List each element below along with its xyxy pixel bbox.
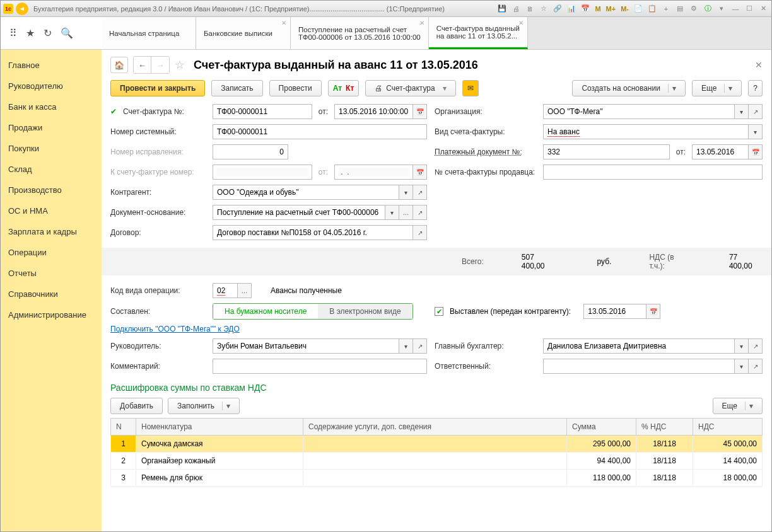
- tab[interactable]: Поступление на расчетный счетТФ00-000006…: [291, 17, 429, 49]
- print-icon[interactable]: 🖨: [510, 3, 522, 14]
- composed-electronic-option[interactable]: В электронном виде: [318, 304, 412, 319]
- sidebar-item[interactable]: ОС и НМА: [1, 200, 102, 221]
- dropdown-icon[interactable]: ▾: [385, 205, 399, 220]
- responsible-field[interactable]: [547, 362, 730, 371]
- add-icon[interactable]: +: [660, 3, 672, 14]
- composed-paper-option[interactable]: На бумажном носителе: [213, 304, 318, 319]
- tab[interactable]: Счет-фактура выданныйна аванс 11 от 13.0…: [429, 17, 528, 49]
- organization-field[interactable]: [547, 107, 730, 116]
- sidebar-item[interactable]: Банк и касса: [1, 96, 102, 117]
- calendar-picker-icon[interactable]: 📅: [413, 104, 427, 119]
- tab[interactable]: Начальная страница: [102, 17, 196, 49]
- payment-doc-number-field[interactable]: [547, 147, 665, 156]
- sidebar-item[interactable]: Склад: [1, 159, 102, 180]
- maximize-icon[interactable]: ☐: [744, 3, 755, 14]
- layout-icon[interactable]: ▤: [674, 3, 686, 14]
- copy-icon[interactable]: 📋: [646, 3, 658, 14]
- calendar-icon[interactable]: 📅: [580, 3, 591, 14]
- table-row[interactable]: 1Сумочка дамская295 000,0018/11845 000,0…: [111, 436, 763, 453]
- issued-date-field[interactable]: [588, 307, 642, 316]
- sidebar-item[interactable]: Операции: [1, 242, 102, 263]
- dropdown-icon[interactable]: ▾: [749, 124, 763, 139]
- sidebar-item[interactable]: Зарплата и кадры: [1, 221, 102, 242]
- home-button[interactable]: 🏠: [110, 57, 128, 73]
- sidebar-item[interactable]: Администрирование: [1, 304, 102, 325]
- tab-close-icon[interactable]: ✕: [281, 20, 286, 26]
- table-row[interactable]: 2Органайзер кожаный94 400,0018/11814 400…: [111, 453, 763, 470]
- sidebar-item[interactable]: Справочники: [1, 284, 102, 304]
- create-based-on-button[interactable]: Создать на основании: [572, 80, 686, 96]
- preview-icon[interactable]: 🗎: [524, 3, 535, 14]
- ellipsis-icon[interactable]: …: [238, 283, 252, 298]
- more-actions-button[interactable]: Еще: [692, 80, 742, 96]
- info-icon[interactable]: ⓘ: [702, 3, 713, 14]
- open-ref-icon[interactable]: ↗: [413, 338, 427, 354]
- ellipsis-icon[interactable]: …: [399, 205, 413, 220]
- open-ref-icon[interactable]: ↗: [749, 359, 763, 374]
- fav-icon[interactable]: ☆: [538, 3, 549, 14]
- fill-button[interactable]: Заполнить: [168, 398, 240, 414]
- sidebar-item[interactable]: Продажи: [1, 117, 102, 138]
- edo-connect-link[interactable]: Подключить "ООО "ТФ-Мега"" к ЭДО: [110, 325, 240, 333]
- open-ref-icon[interactable]: ↗: [413, 185, 427, 200]
- save-icon[interactable]: 💾: [496, 3, 508, 14]
- add-row-button[interactable]: Добавить: [110, 398, 163, 414]
- search-icon[interactable]: 🔍: [61, 27, 73, 39]
- dropdown-icon[interactable]: ▾: [716, 3, 727, 14]
- dtkt-button[interactable]: АтКт: [328, 80, 360, 96]
- invoice-type-field[interactable]: На аванс: [547, 127, 580, 137]
- email-button[interactable]: ✉: [462, 80, 479, 96]
- calendar-picker-icon[interactable]: 📅: [749, 144, 763, 159]
- apps-icon[interactable]: ⠿: [9, 27, 17, 39]
- director-field[interactable]: [217, 342, 395, 350]
- table-row[interactable]: 3Ремень для брюк118 000,0018/11818 000,0…: [111, 470, 763, 487]
- calendar-picker-icon[interactable]: 📅: [646, 304, 660, 319]
- payment-doc-date-field[interactable]: [696, 147, 744, 156]
- forward-button[interactable]: →: [151, 57, 169, 73]
- tab[interactable]: Банковские выписки✕: [196, 17, 291, 49]
- dropdown-icon[interactable]: ▾: [735, 359, 749, 374]
- write-button[interactable]: Записать: [211, 80, 262, 96]
- dropdown-icon[interactable]: ▾: [399, 185, 413, 200]
- settings-icon[interactable]: ⚙: [688, 3, 699, 14]
- sidebar-item[interactable]: Покупки: [1, 138, 102, 159]
- tab-close-icon[interactable]: ✕: [518, 20, 523, 26]
- dropdown-icon[interactable]: ▾: [735, 104, 749, 119]
- sidebar-item[interactable]: Руководителю: [1, 76, 102, 96]
- dropdown-icon[interactable]: ▾: [735, 338, 749, 354]
- close-page-icon[interactable]: ✕: [755, 60, 763, 70]
- basis-document-field[interactable]: [217, 208, 381, 217]
- contract-field[interactable]: [217, 228, 409, 237]
- link-icon[interactable]: 🔗: [552, 3, 563, 14]
- issued-checkbox[interactable]: ✔: [435, 307, 443, 316]
- table-more-button[interactable]: Еще: [713, 398, 763, 414]
- minimize-icon[interactable]: —: [730, 3, 741, 14]
- open-ref-icon[interactable]: ↗: [413, 225, 427, 240]
- m-plus-button[interactable]: M+: [605, 5, 617, 13]
- m-minus-button[interactable]: M-: [619, 5, 630, 13]
- dropdown-icon[interactable]: ▾: [399, 338, 413, 354]
- new-icon[interactable]: 📄: [633, 3, 644, 14]
- post-and-close-button[interactable]: Провести и закрыть: [110, 80, 205, 96]
- sidebar-item[interactable]: Главное: [1, 55, 102, 76]
- star-icon[interactable]: ★: [26, 27, 35, 39]
- invoice-number-field[interactable]: [217, 107, 308, 116]
- open-ref-icon[interactable]: ↗: [749, 338, 763, 354]
- system-number-field[interactable]: [217, 127, 423, 136]
- chief-accountant-field[interactable]: [547, 342, 730, 350]
- open-ref-icon[interactable]: ↗: [749, 104, 763, 119]
- nav-back-icon[interactable]: ◄: [16, 3, 28, 15]
- correction-number-field[interactable]: [217, 147, 284, 156]
- tab-close-icon[interactable]: ✕: [419, 20, 424, 26]
- counterparty-field[interactable]: [217, 188, 395, 197]
- post-button[interactable]: Провести: [269, 80, 322, 96]
- composed-toggle[interactable]: На бумажном носителе В электронном виде: [213, 303, 413, 320]
- close-window-icon[interactable]: ✕: [757, 3, 769, 14]
- print-invoice-button[interactable]: 🖨Счет-фактура▾: [365, 80, 455, 96]
- favorite-icon[interactable]: ☆: [175, 58, 185, 72]
- back-button[interactable]: ←: [134, 57, 151, 73]
- invoice-date-field[interactable]: [339, 107, 409, 116]
- history-icon[interactable]: ↻: [44, 27, 52, 39]
- comment-field[interactable]: [217, 362, 423, 371]
- calc-icon[interactable]: 📊: [566, 3, 577, 14]
